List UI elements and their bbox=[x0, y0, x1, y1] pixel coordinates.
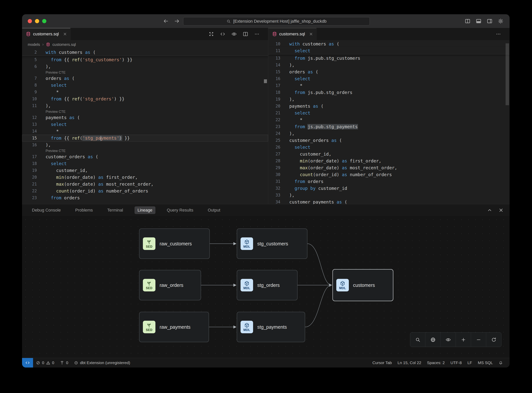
close-tab-icon[interactable] bbox=[63, 32, 67, 36]
tab-customers-sql-right[interactable]: customers.sql bbox=[268, 28, 317, 40]
code-line[interactable]: 2with customers as ( bbox=[22, 49, 268, 56]
code-line[interactable]: 12payments as ( bbox=[22, 114, 268, 121]
panel-tab-problems[interactable]: Problems bbox=[72, 206, 96, 214]
panel-tab-output[interactable]: Output bbox=[205, 206, 223, 214]
status-language-mode[interactable]: MS SQL bbox=[475, 360, 496, 365]
line-number[interactable]: 30 bbox=[268, 171, 280, 178]
panel-tab-query-results[interactable]: Query Results bbox=[164, 206, 196, 214]
code-lens[interactable]: Preview CTE bbox=[22, 70, 268, 75]
breadcrumb-item[interactable]: customers.sql bbox=[53, 42, 76, 47]
eye-icon[interactable] bbox=[231, 31, 237, 37]
code-line[interactable]: 16 select bbox=[268, 75, 510, 82]
close-icon[interactable] bbox=[498, 207, 504, 213]
minimize-window-button[interactable] bbox=[35, 19, 39, 23]
line-number[interactable]: 33 bbox=[268, 192, 280, 199]
line-number[interactable]: 23 bbox=[22, 194, 37, 201]
lineage-node-raw_payments[interactable]: SEDraw_payments bbox=[139, 312, 209, 342]
code-line[interactable]: 18 select bbox=[22, 160, 268, 167]
code-line[interactable]: 31 from orders bbox=[268, 178, 510, 185]
line-number[interactable]: 22 bbox=[22, 187, 37, 194]
code-line[interactable]: 21 select bbox=[268, 110, 510, 116]
line-number[interactable]: 18 bbox=[22, 160, 37, 167]
search-button[interactable] bbox=[410, 333, 425, 347]
line-number[interactable]: 26 bbox=[268, 144, 280, 151]
line-number[interactable]: 14 bbox=[22, 128, 37, 135]
line-number[interactable]: 11 bbox=[268, 47, 280, 54]
layout-sidebar-right-icon[interactable] bbox=[487, 18, 493, 24]
status-problems[interactable]: 00 bbox=[33, 358, 57, 368]
line-number[interactable]: 31 bbox=[268, 178, 280, 185]
line-number[interactable]: 13 bbox=[22, 121, 37, 128]
eye-button[interactable] bbox=[441, 333, 456, 347]
line-number[interactable]: 25 bbox=[268, 137, 280, 144]
line-number[interactable]: 12 bbox=[22, 114, 37, 121]
lineage-node-customers[interactable]: MDLcustomers bbox=[332, 269, 393, 301]
globe-button[interactable] bbox=[425, 333, 441, 347]
layout-panel-icon[interactable] bbox=[476, 18, 481, 24]
breadcrumb-item[interactable]: models bbox=[28, 42, 40, 47]
lineage-node-raw_customers[interactable]: SEDraw_customers bbox=[139, 228, 210, 259]
code-line[interactable]: 7orders as ( bbox=[22, 75, 268, 82]
status-cursor-tab[interactable]: Cursor Tab bbox=[369, 360, 395, 365]
line-number[interactable]: 10 bbox=[268, 40, 280, 47]
line-number[interactable]: 23 bbox=[268, 123, 280, 130]
code-line[interactable]: 15 from {{ ref('stg_payments') }} bbox=[22, 135, 268, 142]
more-icon[interactable] bbox=[254, 31, 260, 37]
line-number[interactable]: 24 bbox=[268, 130, 280, 137]
line-number[interactable]: 32 bbox=[268, 185, 280, 192]
layout-columns-icon[interactable] bbox=[465, 18, 470, 24]
code-line[interactable]: 10with customers as ( bbox=[268, 40, 510, 47]
code-line[interactable]: 26 select bbox=[268, 144, 510, 151]
line-number[interactable]: 9 bbox=[22, 89, 37, 95]
code-line[interactable]: 14 * bbox=[22, 128, 268, 135]
status-encoding[interactable]: UTF-8 bbox=[448, 360, 465, 365]
code-line[interactable]: 11 select bbox=[268, 47, 510, 54]
line-number[interactable]: 34 bbox=[268, 199, 280, 204]
code-line[interactable]: 23 from js.pub.stg_payments bbox=[268, 123, 510, 130]
code-line[interactable]: 6), bbox=[22, 63, 268, 70]
code-lens-label[interactable]: Preview CTE bbox=[46, 70, 66, 75]
code-icon[interactable] bbox=[220, 31, 225, 37]
line-number[interactable]: 19 bbox=[22, 167, 37, 174]
gear-icon[interactable] bbox=[498, 18, 503, 24]
line-number[interactable]: 15 bbox=[268, 69, 280, 75]
code-line[interactable]: 11), bbox=[22, 102, 268, 109]
forward-arrow-icon[interactable] bbox=[174, 18, 180, 24]
line-number[interactable]: 17 bbox=[268, 82, 280, 89]
code-line[interactable]: 9 * bbox=[22, 89, 268, 95]
code-line[interactable]: 16), bbox=[22, 142, 268, 148]
code-line[interactable]: 28 min(order_date) as first_order, bbox=[268, 157, 510, 164]
code-lens-label[interactable]: Preview CTE bbox=[46, 109, 66, 114]
code-line[interactable]: 15orders as ( bbox=[268, 69, 510, 75]
code-editor-right[interactable]: 10with customers as (11 select13 from js… bbox=[268, 40, 510, 204]
code-line[interactable]: 19 customer_id, bbox=[22, 167, 268, 174]
code-line[interactable]: 17customer_orders as ( bbox=[22, 153, 268, 160]
line-number[interactable]: 22 bbox=[268, 116, 280, 123]
plus-button[interactable] bbox=[456, 333, 471, 347]
code-line[interactable]: 22 * bbox=[268, 116, 510, 123]
code-line[interactable]: 33), bbox=[268, 192, 510, 199]
line-number[interactable]: 6 bbox=[22, 63, 37, 70]
code-editor-left[interactable]: 2with customers as (5 from {{ ref('stg_c… bbox=[22, 49, 268, 204]
line-number[interactable]: 15 bbox=[22, 135, 37, 142]
lineage-canvas[interactable]: SEDraw_customersMDLstg_customersSEDraw_o… bbox=[22, 216, 510, 358]
status-ports[interactable]: 0 bbox=[57, 358, 71, 368]
line-number[interactable]: 20 bbox=[22, 174, 37, 181]
code-line[interactable]: 10 from {{ ref('stg_orders') }} bbox=[22, 95, 268, 102]
code-line[interactable]: 34customer_payments as ( bbox=[268, 199, 510, 204]
line-number[interactable]: 8 bbox=[22, 82, 37, 89]
line-number[interactable]: 11 bbox=[22, 102, 37, 109]
line-number[interactable]: 20 bbox=[268, 103, 280, 110]
code-line[interactable]: 20payments as ( bbox=[268, 103, 510, 110]
lineage-node-stg_orders[interactable]: MDLstg_orders bbox=[237, 270, 297, 300]
remote-indicator[interactable] bbox=[22, 358, 33, 368]
close-tab-icon[interactable] bbox=[309, 32, 313, 36]
refresh-button[interactable] bbox=[486, 333, 501, 347]
panel-tab-terminal[interactable]: Terminal bbox=[104, 206, 126, 214]
line-number[interactable]: 13 bbox=[268, 55, 280, 62]
code-line[interactable]: 13 from js.pub.stg_customers bbox=[268, 55, 510, 62]
split-editor-icon[interactable] bbox=[243, 31, 248, 37]
close-window-button[interactable] bbox=[28, 19, 32, 23]
line-number[interactable]: 17 bbox=[22, 153, 37, 160]
line-number[interactable]: 28 bbox=[268, 157, 280, 164]
